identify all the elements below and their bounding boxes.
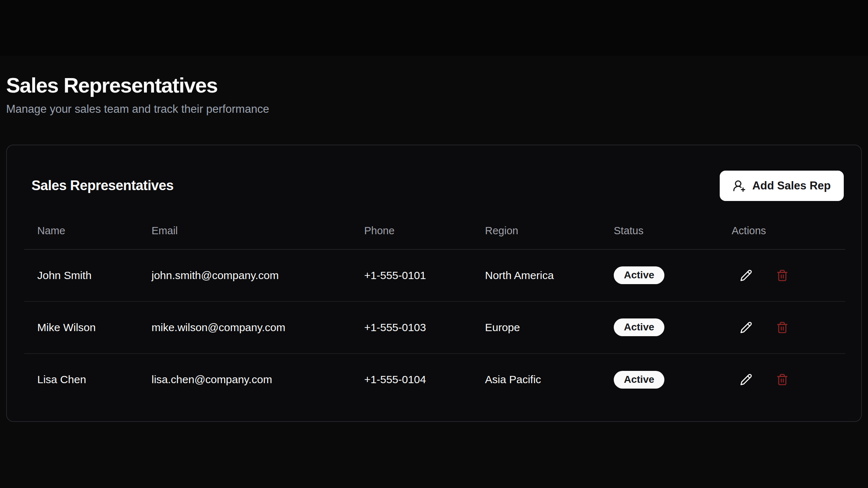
rep-phone: +1-555-0103 (351, 301, 472, 354)
table-header-row: Name Email Phone Region Status Actions (24, 219, 845, 249)
rep-name: John Smith (24, 249, 139, 301)
rep-email: lisa.chen@company.com (139, 354, 351, 406)
rep-phone: +1-555-0101 (351, 249, 472, 301)
table-row: John Smith john.smith@company.com +1-555… (24, 249, 845, 301)
edit-button[interactable] (732, 365, 761, 394)
rep-region: Asia Pacific (472, 354, 601, 406)
status-badge: Active (614, 371, 664, 389)
page-title: Sales Representatives (6, 74, 862, 97)
pencil-icon (740, 321, 752, 334)
delete-button[interactable] (768, 313, 797, 342)
delete-button[interactable] (768, 261, 797, 290)
main-content: Sales Representatives Manage your sales … (0, 56, 868, 422)
status-badge: Active (614, 318, 664, 336)
sales-reps-table: Name Email Phone Region Status Actions J… (24, 219, 845, 406)
column-header-phone: Phone (351, 219, 472, 249)
card-title: Sales Representatives (24, 178, 174, 193)
trash-icon (776, 269, 788, 282)
card-header: Sales Representatives Add Sales Rep (24, 171, 844, 201)
rep-email: john.smith@company.com (139, 249, 351, 301)
rep-name: Lisa Chen (24, 354, 139, 406)
add-sales-rep-button[interactable]: Add Sales Rep (720, 171, 844, 201)
trash-icon (776, 373, 788, 386)
rep-email: mike.wilson@company.com (139, 301, 351, 354)
top-header-band (0, 0, 868, 56)
status-badge: Active (614, 266, 664, 284)
column-header-status: Status (601, 219, 719, 249)
column-header-actions: Actions (719, 219, 845, 249)
rep-name: Mike Wilson (24, 301, 139, 354)
pencil-icon (740, 373, 752, 386)
table-row: Lisa Chen lisa.chen@company.com +1-555-0… (24, 354, 845, 406)
column-header-email: Email (139, 219, 351, 249)
delete-button[interactable] (768, 365, 797, 394)
rep-region: North America (472, 249, 601, 301)
trash-icon (776, 321, 788, 334)
sales-reps-card: Sales Representatives Add Sales Rep (6, 145, 862, 422)
table-row: Mike Wilson mike.wilson@company.com +1-5… (24, 301, 845, 354)
column-header-region: Region (472, 219, 601, 249)
rep-region: Europe (472, 301, 601, 354)
edit-button[interactable] (732, 261, 761, 290)
pencil-icon (740, 269, 752, 282)
rep-phone: +1-555-0104 (351, 354, 472, 406)
column-header-name: Name (24, 219, 139, 249)
edit-button[interactable] (732, 313, 761, 342)
add-sales-rep-label: Add Sales Rep (752, 179, 831, 192)
page-subtitle: Manage your sales team and track their p… (6, 103, 862, 116)
user-plus-icon (733, 179, 746, 192)
